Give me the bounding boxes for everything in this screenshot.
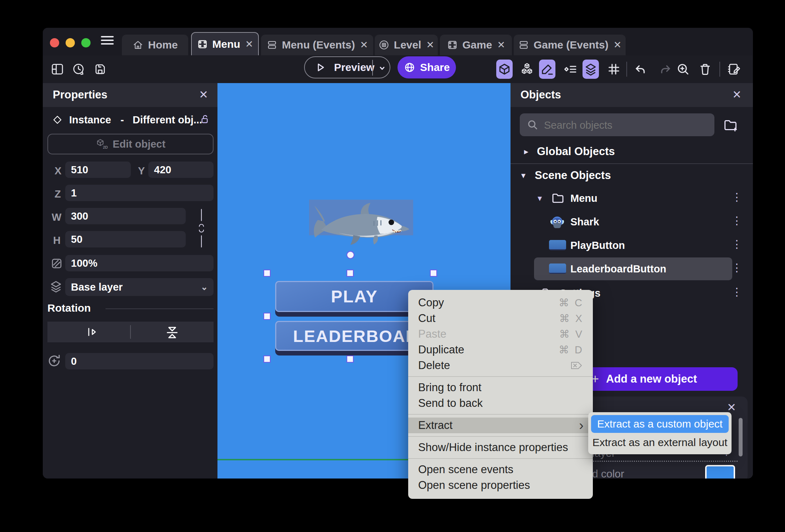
tab-close-icon[interactable]: ✕ bbox=[360, 39, 368, 51]
menu-item-copy[interactable]: Copy⌘ C bbox=[408, 295, 593, 311]
z-input[interactable] bbox=[65, 185, 214, 201]
tab-close-icon[interactable]: ✕ bbox=[614, 39, 622, 51]
tab-game-events[interactable]: Game (Events) ✕ bbox=[514, 35, 626, 55]
w-input[interactable] bbox=[65, 208, 186, 224]
objects-cubes-icon[interactable] bbox=[519, 60, 535, 79]
rotate-icon bbox=[46, 353, 62, 369]
submenu-item-extract-external-layout[interactable]: Extract as an external layout bbox=[591, 434, 729, 451]
menu-item-delete[interactable]: Delete bbox=[408, 358, 593, 373]
tab-close-icon[interactable]: ✕ bbox=[497, 39, 505, 51]
home-icon bbox=[132, 39, 144, 51]
tab-close-icon[interactable]: ✕ bbox=[426, 39, 435, 51]
kebab-menu-icon[interactable]: ⋮ bbox=[732, 192, 742, 203]
globe-icon bbox=[404, 61, 416, 73]
kebab-menu-icon[interactable]: ⋮ bbox=[732, 262, 742, 273]
trash-icon[interactable] bbox=[697, 60, 713, 79]
cube-3d-icon[interactable] bbox=[496, 60, 513, 79]
opacity-input[interactable] bbox=[65, 255, 214, 271]
menu-item-open-scene-properties[interactable]: Open scene properties bbox=[408, 477, 593, 493]
edit-pencil-icon[interactable] bbox=[539, 60, 555, 79]
layers-icon[interactable] bbox=[583, 60, 599, 79]
menu-item-bring-to-front[interactable]: Bring to front bbox=[408, 380, 593, 395]
selection-handle-top-left[interactable] bbox=[263, 270, 271, 277]
shark-sprite[interactable] bbox=[309, 201, 414, 245]
scrollbar-thumb[interactable] bbox=[739, 418, 743, 456]
expand-arrow-icon[interactable]: ▸ bbox=[524, 147, 528, 157]
instances-list-icon[interactable] bbox=[562, 60, 579, 79]
tree-row-leaderboardbutton-selected[interactable]: LeaderboardButton ⋮ bbox=[534, 257, 732, 280]
layer-select[interactable]: Base layer ⌄ bbox=[65, 278, 214, 296]
color-row-label: d color bbox=[592, 468, 624, 479]
panel-layout-icon[interactable] bbox=[50, 62, 65, 76]
rotation-divider bbox=[106, 308, 214, 309]
chevron-down-icon: ⌄ bbox=[201, 278, 208, 296]
edit-object-button[interactable]: 2D Edit object bbox=[47, 134, 214, 154]
properties-title: Properties bbox=[53, 88, 107, 101]
unlock-icon[interactable] bbox=[199, 113, 210, 125]
color-swatch[interactable] bbox=[705, 465, 735, 479]
add-folder-icon[interactable] bbox=[722, 117, 739, 133]
zoom-in-icon[interactable] bbox=[675, 60, 691, 79]
tab-menu-events[interactable]: Menu (Events) ✕ bbox=[261, 35, 373, 55]
redo-icon[interactable] bbox=[657, 60, 674, 79]
menu-item-cut[interactable]: Cut⌘ X bbox=[408, 311, 593, 326]
kebab-menu-icon[interactable]: ⋮ bbox=[732, 287, 742, 297]
x-input[interactable] bbox=[65, 162, 131, 178]
selection-handle-middle-left[interactable] bbox=[263, 313, 271, 320]
search-input[interactable] bbox=[543, 113, 709, 137]
menu-separator bbox=[408, 458, 593, 459]
search-box[interactable] bbox=[520, 113, 714, 136]
film-icon bbox=[197, 39, 208, 50]
section-divider bbox=[510, 163, 753, 164]
link-dimensions-icon[interactable] bbox=[197, 209, 206, 248]
tab-level[interactable]: Level ✕ bbox=[375, 35, 438, 55]
tab-menu[interactable]: Menu ✕ bbox=[191, 32, 259, 55]
menu-item-duplicate[interactable]: Duplicate⌘ D bbox=[408, 342, 593, 358]
preview-button[interactable]: Preview bbox=[304, 56, 390, 78]
traffic-light-close[interactable] bbox=[50, 38, 59, 47]
flip-horizontal-button[interactable] bbox=[47, 322, 130, 342]
add-new-object-label: Add a new object bbox=[606, 373, 697, 385]
tab-label: Game bbox=[462, 39, 492, 51]
menu-item-show-hide-instance-properties[interactable]: Show/Hide instance properties bbox=[408, 440, 593, 455]
save-icon[interactable] bbox=[93, 62, 107, 76]
close-icon[interactable]: ✕ bbox=[732, 88, 742, 101]
scene-objects-section[interactable]: Scene Objects bbox=[535, 169, 611, 182]
share-button[interactable]: Share bbox=[397, 56, 456, 78]
menu-item-send-to-back[interactable]: Send to back bbox=[408, 395, 593, 411]
submenu-item-extract-custom-object[interactable]: Extract as a custom object bbox=[591, 415, 729, 433]
close-icon[interactable]: ✕ bbox=[199, 88, 208, 101]
grid-icon[interactable] bbox=[606, 60, 622, 79]
submenu-arrow-icon: › bbox=[579, 418, 584, 433]
chevron-down-icon[interactable] bbox=[377, 63, 388, 73]
collapse-arrow-icon[interactable]: ▾ bbox=[538, 193, 542, 203]
selection-handle-bottom-left[interactable] bbox=[263, 355, 271, 363]
h-input[interactable] bbox=[65, 231, 186, 247]
flip-vertical-button[interactable] bbox=[131, 322, 214, 342]
menu-item-paste: Paste⌘ V bbox=[408, 326, 593, 342]
selection-handle-bottom-middle[interactable] bbox=[347, 355, 354, 363]
menu-item-extract[interactable]: Extract› bbox=[408, 418, 593, 433]
menu-item-open-scene-events[interactable]: Open scene events bbox=[408, 462, 593, 477]
kebab-menu-icon[interactable]: ⋮ bbox=[732, 239, 742, 250]
y-input[interactable] bbox=[148, 162, 214, 178]
kebab-menu-icon[interactable]: ⋮ bbox=[732, 215, 742, 226]
rotation-input[interactable] bbox=[65, 353, 214, 369]
collapse-arrow-icon[interactable]: ▾ bbox=[521, 170, 525, 180]
hamburger-menu-icon[interactable] bbox=[101, 34, 114, 47]
notebook-edit-icon[interactable] bbox=[726, 60, 742, 79]
tab-close-icon[interactable]: ✕ bbox=[245, 39, 253, 50]
rotate-handle[interactable] bbox=[347, 251, 354, 259]
delete-key-icon bbox=[569, 360, 584, 371]
global-objects-section[interactable]: Global Objects bbox=[537, 145, 615, 158]
history-icon[interactable] bbox=[71, 62, 86, 76]
titlebar: Home Menu ✕ Menu (Events) ✕ Level ✕ Game… bbox=[43, 28, 753, 55]
traffic-light-zoom[interactable] bbox=[81, 38, 91, 47]
selection-handle-top-middle[interactable] bbox=[347, 270, 354, 277]
tab-game[interactable]: Game ✕ bbox=[440, 35, 512, 55]
traffic-light-minimize[interactable] bbox=[66, 38, 75, 47]
tree-label: PlayButton bbox=[570, 240, 625, 251]
undo-icon[interactable] bbox=[632, 60, 648, 79]
selection-handle-top-right[interactable] bbox=[430, 270, 437, 277]
tab-home[interactable]: Home bbox=[122, 35, 188, 55]
